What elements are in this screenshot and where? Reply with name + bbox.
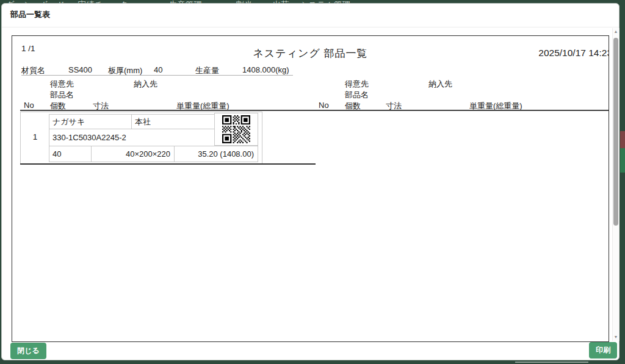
part-customer-cell: ナガサキ [49, 114, 132, 129]
header-part-name-2: 部品名 [345, 90, 369, 101]
part-qty-cell: 40 [49, 146, 92, 162]
part-name-cell: 330-1C5030A2245-2 [49, 129, 215, 146]
header-no: No [24, 101, 34, 110]
scroll-up-icon[interactable]: ▲ [613, 28, 619, 35]
background-right-strip [620, 3, 625, 361]
material-underline [21, 75, 293, 76]
qr-code [222, 115, 250, 143]
parts-list-modal: 部品一覧表 1 /1 ネスティング 部品一覧 2025/10/17 14:23 … [1, 3, 620, 360]
modal-title: 部品一覧表 [10, 9, 50, 20]
background-fragment-green [620, 148, 625, 173]
header-customer: 得意先 [50, 79, 74, 90]
report-timestamp: 2025/10/17 14:23 [538, 48, 609, 59]
header-delivery: 納入先 [134, 79, 157, 90]
part-card: 1 ナガサキ 本社 330-1C5030A2245-2 40 40×200×22… [20, 112, 262, 164]
background-text-fragment [515, 362, 588, 363]
header-delivery-2: 納入先 [428, 79, 452, 90]
scrollbar-thumb[interactable] [613, 38, 618, 226]
thickness-value: 40 [154, 65, 162, 74]
row-separator-line [20, 163, 316, 165]
part-no: 1 [21, 132, 49, 141]
header-underline [20, 110, 609, 111]
part-dimensions-cell: 40×200×220 [91, 146, 175, 162]
modal-header-divider [2, 27, 619, 27]
production-value: 1408.000(kg) [242, 65, 289, 74]
header-customer-2: 得意先 [345, 79, 369, 90]
qr-cell [214, 113, 258, 146]
scroll-down-icon[interactable]: ▼ [613, 334, 619, 341]
report-title: ネスティング 部品一覧 [12, 46, 609, 60]
background-bottom-strip [0, 361, 625, 364]
modal-scrollbar[interactable]: ▲ ▼ [612, 28, 620, 341]
print-button[interactable]: 印刷 [589, 342, 617, 359]
nesting-report: 1 /1 ネスティング 部品一覧 2025/10/17 14:23 材質名 SS… [12, 35, 609, 342]
material-value: SS400 [68, 65, 92, 74]
close-button[interactable]: 閉じる [10, 343, 46, 359]
header-part-name: 部品名 [50, 90, 74, 101]
header-no-2: No [319, 101, 329, 110]
part-weight-cell: 35.20 (1408.00) [174, 146, 258, 162]
part-delivery-cell: 本社 [131, 114, 215, 129]
background-fragment-red [620, 131, 625, 148]
